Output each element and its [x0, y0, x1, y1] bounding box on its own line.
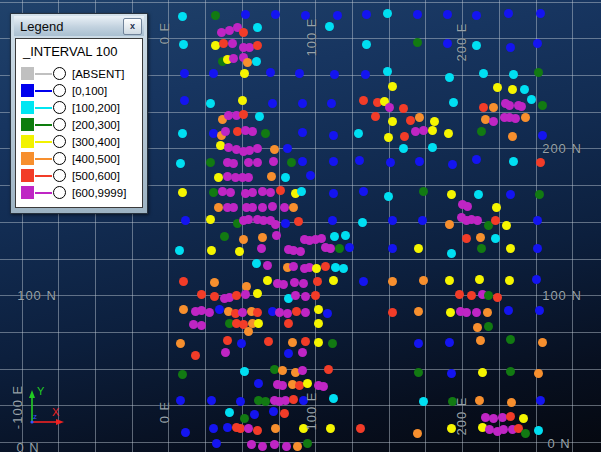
- data-point[interactable]: [399, 104, 408, 113]
- data-point[interactable]: [312, 264, 321, 273]
- data-point[interactable]: [314, 319, 323, 328]
- data-point[interactable]: [443, 39, 452, 48]
- data-point[interactable]: [472, 41, 481, 50]
- data-point[interactable]: [301, 337, 310, 346]
- data-point[interactable]: [295, 69, 304, 78]
- data-point[interactable]: [253, 308, 262, 317]
- data-point[interactable]: [447, 369, 456, 378]
- data-point[interactable]: [253, 144, 262, 153]
- data-point[interactable]: [281, 219, 290, 228]
- data-point[interactable]: [181, 428, 190, 437]
- data-point[interactable]: [289, 262, 298, 271]
- data-point[interactable]: [506, 335, 515, 344]
- data-point[interactable]: [255, 112, 264, 121]
- data-point[interactable]: [354, 129, 363, 138]
- data-point[interactable]: [329, 157, 338, 166]
- data-point[interactable]: [253, 158, 262, 167]
- data-point[interactable]: [294, 217, 303, 226]
- data-point[interactable]: [252, 57, 261, 66]
- data-point[interactable]: [462, 308, 471, 317]
- data-point[interactable]: [280, 409, 289, 418]
- data-point[interactable]: [484, 322, 493, 331]
- data-point[interactable]: [383, 9, 392, 18]
- data-point[interactable]: [491, 216, 500, 225]
- data-point[interactable]: [271, 424, 280, 433]
- data-point[interactable]: [223, 336, 232, 345]
- data-point[interactable]: [269, 157, 278, 166]
- data-point[interactable]: [509, 70, 518, 79]
- data-point[interactable]: [418, 216, 427, 225]
- data-point[interactable]: [238, 96, 247, 105]
- data-point[interactable]: [504, 9, 513, 18]
- data-point[interactable]: [214, 203, 223, 212]
- data-point[interactable]: [176, 396, 185, 405]
- data-point[interactable]: [472, 11, 481, 20]
- data-point[interactable]: [388, 308, 397, 317]
- data-point[interactable]: [472, 155, 481, 164]
- data-point[interactable]: [388, 82, 397, 91]
- data-point[interactable]: [252, 259, 261, 268]
- data-point[interactable]: [463, 202, 472, 211]
- data-point[interactable]: [447, 249, 456, 258]
- data-point[interactable]: [284, 349, 293, 358]
- data-point[interactable]: [324, 365, 333, 374]
- data-point[interactable]: [493, 293, 502, 302]
- data-point[interactable]: [479, 103, 488, 112]
- data-point[interactable]: [341, 231, 350, 240]
- data-point[interactable]: [298, 157, 307, 166]
- data-point[interactable]: [258, 442, 267, 451]
- data-point[interactable]: [232, 291, 241, 300]
- data-point[interactable]: [455, 290, 464, 299]
- data-point[interactable]: [400, 132, 409, 141]
- data-point[interactable]: [428, 126, 437, 135]
- data-point[interactable]: [206, 215, 215, 224]
- data-point[interactable]: [414, 339, 423, 348]
- data-point[interactable]: [176, 339, 185, 348]
- data-point[interactable]: [449, 98, 458, 107]
- data-point[interactable]: [535, 190, 544, 199]
- data-point[interactable]: [241, 290, 250, 299]
- data-point[interactable]: [362, 40, 371, 49]
- data-point[interactable]: [271, 10, 280, 19]
- data-point[interactable]: [534, 369, 543, 378]
- data-point[interactable]: [212, 439, 221, 448]
- data-point[interactable]: [254, 379, 263, 388]
- data-point[interactable]: [229, 203, 238, 212]
- data-point[interactable]: [502, 221, 511, 230]
- data-point[interactable]: [414, 368, 423, 377]
- data-point[interactable]: [270, 145, 279, 154]
- data-point[interactable]: [323, 309, 332, 318]
- data-point[interactable]: [296, 247, 305, 256]
- data-point[interactable]: [506, 190, 515, 199]
- data-point[interactable]: [505, 276, 514, 285]
- data-point[interactable]: [236, 397, 245, 406]
- data-point[interactable]: [475, 275, 484, 284]
- data-point[interactable]: [181, 216, 190, 225]
- data-point[interactable]: [333, 11, 342, 20]
- data-point[interactable]: [237, 339, 246, 348]
- data-point[interactable]: [248, 127, 257, 136]
- data-point[interactable]: [536, 396, 545, 405]
- data-point[interactable]: [272, 231, 281, 240]
- data-point[interactable]: [250, 410, 259, 419]
- data-point[interactable]: [248, 203, 257, 212]
- data-point[interactable]: [268, 202, 277, 211]
- data-point[interactable]: [521, 429, 530, 438]
- data-point[interactable]: [479, 69, 488, 78]
- data-point[interactable]: [299, 279, 308, 288]
- data-point[interactable]: [329, 276, 338, 285]
- data-point[interactable]: [326, 424, 335, 433]
- legend-titlebar[interactable]: Legend x: [14, 16, 144, 36]
- data-point[interactable]: [447, 190, 456, 199]
- data-point[interactable]: [388, 277, 397, 286]
- data-point[interactable]: [355, 156, 364, 165]
- data-point[interactable]: [284, 319, 293, 328]
- data-point[interactable]: [258, 233, 267, 242]
- data-point[interactable]: [317, 234, 326, 243]
- data-point[interactable]: [445, 73, 454, 82]
- data-point[interactable]: [287, 158, 296, 167]
- data-point[interactable]: [406, 116, 415, 125]
- data-point[interactable]: [484, 291, 493, 300]
- data-point[interactable]: [263, 261, 272, 270]
- data-point[interactable]: [254, 319, 263, 328]
